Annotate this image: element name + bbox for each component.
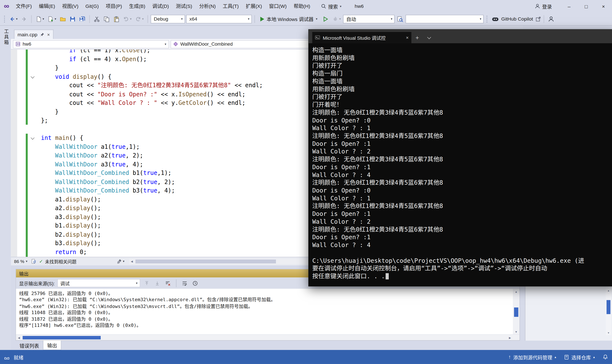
right-panel-scrollbar[interactable]: ▲ ▼ bbox=[606, 288, 611, 335]
zoom-selector[interactable]: 86 % ▾ bbox=[13, 259, 29, 264]
scroll-up-icon[interactable]: ▲ bbox=[513, 289, 519, 294]
project-dropdown[interactable]: hw6 ▾ bbox=[13, 40, 169, 48]
toolbar-grip-handle[interactable] bbox=[4, 15, 6, 23]
menu-item[interactable]: 扩展(X) bbox=[242, 0, 265, 13]
fold-chevron-icon[interactable] bbox=[31, 75, 34, 78]
zoom-value: 86 % bbox=[14, 259, 24, 264]
fold-chevron-icon[interactable] bbox=[31, 136, 34, 140]
console-tab-close-icon[interactable]: × bbox=[406, 35, 409, 40]
console-tab[interactable]: Microsoft Visual Studio 调试控 × bbox=[312, 32, 411, 43]
scrollbar-thumb[interactable] bbox=[606, 300, 610, 314]
find-combobox[interactable]: ▾ bbox=[406, 15, 484, 23]
task-center-icon[interactable] bbox=[4, 354, 10, 360]
console-title-bar[interactable]: Microsoft Visual Studio 调试控 × + bbox=[308, 29, 612, 43]
menu-item[interactable]: 编辑(E) bbox=[35, 0, 59, 13]
configuration-value: Debug bbox=[154, 16, 168, 22]
navigate-forward-button[interactable] bbox=[20, 14, 28, 24]
menu-item[interactable]: 文件(F) bbox=[12, 0, 35, 13]
menu-item[interactable]: 测试(S) bbox=[172, 0, 196, 13]
toolbox-vertical-tab[interactable]: 工具箱 bbox=[3, 29, 9, 45]
solution-configuration-combobox[interactable]: Debug ▾ bbox=[151, 15, 185, 23]
open-external-icon[interactable] bbox=[535, 16, 541, 22]
sign-in-button[interactable]: 登录 bbox=[535, 2, 552, 10]
auto-value: 自动 bbox=[346, 15, 356, 23]
open-folder-button[interactable] bbox=[59, 14, 67, 24]
undo-button[interactable]: ▾ bbox=[122, 14, 133, 24]
menu-item[interactable]: 分析(N) bbox=[195, 0, 219, 13]
tab-output[interactable]: 输出 bbox=[43, 341, 61, 350]
scroll-left-icon[interactable]: ◀ bbox=[16, 335, 22, 341]
tab-error-list[interactable]: 错误列表 bbox=[15, 341, 43, 350]
caret-up-icon: ▴ bbox=[555, 355, 556, 359]
add-item-button[interactable]: ▾ bbox=[47, 14, 57, 24]
output-source-combobox[interactable]: 调试 ▾ bbox=[58, 279, 140, 287]
menu-item[interactable]: 视图(V) bbox=[59, 0, 82, 13]
solution-platform-combobox[interactable]: x64 ▾ bbox=[186, 15, 252, 23]
scroll-right-icon[interactable]: ▶ bbox=[507, 335, 513, 341]
timestamp-button[interactable] bbox=[191, 279, 199, 287]
new-file-button[interactable]: ▾ bbox=[34, 14, 45, 24]
menu-item[interactable]: 窗口(W) bbox=[265, 0, 290, 13]
copilot-label: GitHub Copilot bbox=[501, 16, 533, 22]
copy-button[interactable] bbox=[102, 14, 111, 24]
scrollbar-thumb[interactable] bbox=[514, 308, 518, 317]
output-content[interactable]: 线程 25796 已退出，返回值为 0 (0x0)。“hw6.exe” (Win… bbox=[16, 289, 519, 335]
hot-reload-button[interactable]: ▾ bbox=[331, 14, 342, 24]
redo-button[interactable]: ▾ bbox=[134, 14, 145, 24]
start-debugging-button[interactable]: 本地 Windows 调试器 ▾ bbox=[258, 14, 320, 24]
output-vertical-scrollbar[interactable]: ▲ ▼ bbox=[513, 289, 519, 335]
hot-reload-flame-icon bbox=[332, 16, 338, 22]
minimize-button[interactable]: – bbox=[561, 0, 578, 13]
scroll-down-icon[interactable]: ▼ bbox=[606, 330, 611, 335]
menu-item[interactable]: 调试(D) bbox=[149, 0, 172, 13]
output-horizontal-scrollbar[interactable]: ◀ ▶ bbox=[16, 334, 519, 340]
menu-item[interactable]: 生成(B) bbox=[125, 0, 149, 13]
select-repository-button[interactable]: 选择仓库 ▴ bbox=[564, 353, 595, 361]
scroll-down-icon[interactable]: ▼ bbox=[513, 329, 519, 335]
next-message-button[interactable] bbox=[153, 279, 161, 287]
close-tab-icon[interactable]: × bbox=[47, 32, 50, 37]
output-title: 输出 bbox=[19, 270, 28, 276]
console-line bbox=[312, 249, 612, 257]
clear-all-button[interactable] bbox=[164, 279, 172, 287]
document-sync-icon[interactable] bbox=[31, 259, 36, 264]
chevron-down-icon: ▾ bbox=[388, 17, 392, 21]
scrollbar-thumb[interactable] bbox=[23, 336, 100, 339]
search-label: 搜索 bbox=[328, 2, 338, 10]
scroll-up-icon[interactable]: ▲ bbox=[606, 288, 611, 293]
close-button[interactable]: × bbox=[595, 0, 612, 13]
document-tab-main-cpp[interactable]: main.cpp × bbox=[14, 30, 53, 39]
paste-button[interactable] bbox=[112, 14, 121, 24]
cut-button[interactable] bbox=[93, 14, 101, 24]
previous-message-button[interactable] bbox=[143, 279, 151, 287]
scrollbar-thumb[interactable] bbox=[135, 259, 276, 263]
menu-item[interactable]: Git(G) bbox=[82, 0, 102, 13]
add-account-button[interactable] bbox=[547, 14, 555, 24]
save-all-button[interactable] bbox=[78, 14, 86, 24]
code-health-indicator[interactable]: ✓ 未找到相关问题 bbox=[39, 258, 76, 264]
notifications-bell-icon[interactable] bbox=[603, 354, 608, 360]
chevron-down-icon bbox=[427, 35, 431, 39]
word-wrap-button[interactable] bbox=[181, 279, 189, 287]
menu-item[interactable]: 工具(T) bbox=[219, 0, 242, 13]
undo-icon bbox=[123, 16, 129, 22]
console-new-tab-button[interactable]: + bbox=[411, 32, 423, 43]
code-cleanup-button[interactable]: ▾ bbox=[115, 257, 126, 266]
start-without-debugging-button[interactable] bbox=[321, 14, 330, 24]
scroll-left-icon[interactable]: ◀ bbox=[129, 259, 135, 264]
auto-combobox[interactable]: 自动 ▾ bbox=[343, 15, 395, 23]
navigate-back-button[interactable]: ▾ bbox=[8, 14, 19, 24]
console-line: Wall Color ? : 4 bbox=[312, 241, 612, 249]
save-button[interactable] bbox=[68, 14, 77, 24]
find-in-files-button[interactable] bbox=[396, 14, 404, 24]
pin-icon[interactable] bbox=[40, 32, 44, 37]
menu-item[interactable]: 项目(P) bbox=[102, 0, 126, 13]
console-tab-dropdown-button[interactable] bbox=[423, 32, 435, 43]
quick-search-box[interactable]: 搜索 ▾ bbox=[318, 1, 345, 11]
console-line: 注明颜色: 无色0红1橙2黄3绿4青5蓝6紫7其他8 bbox=[312, 132, 612, 140]
maximize-button[interactable]: □ bbox=[578, 0, 595, 13]
toolbar-grip-handle[interactable] bbox=[486, 15, 488, 23]
add-to-source-control-button[interactable]: ↑ 添加到源代码管理 ▴ bbox=[508, 353, 556, 361]
console-output[interactable]: 构造一面墙用新颜色粉刷墙门被打开了构造一扇门构造一面墙用新颜色粉刷墙门被打开了门… bbox=[308, 43, 612, 286]
menu-item[interactable]: 帮助(H) bbox=[290, 0, 314, 13]
